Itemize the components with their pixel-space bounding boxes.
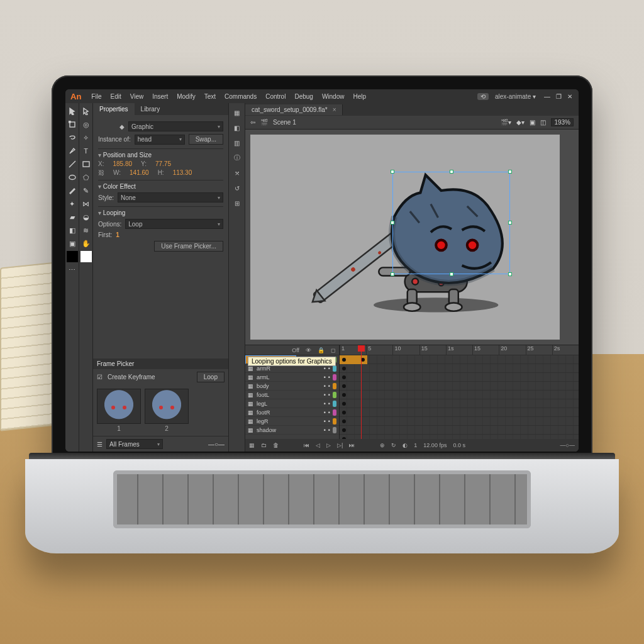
- layer-legL[interactable]: ▦legL••: [245, 399, 339, 408]
- playhead[interactable]: [361, 345, 362, 439]
- frame-picker-list-icon[interactable]: ☰: [97, 441, 103, 448]
- clip-content-icon[interactable]: ◫: [540, 119, 546, 126]
- close-tab-icon[interactable]: ×: [333, 106, 336, 113]
- user-label[interactable]: alex-animate ▾: [490, 93, 541, 100]
- tab-properties[interactable]: Properties: [93, 103, 135, 115]
- menu-window[interactable]: Window: [318, 91, 348, 102]
- document-tab[interactable]: cat_sword_setup_0009.fla*×: [245, 104, 343, 115]
- loop-options-dropdown[interactable]: Loop: [125, 219, 223, 229]
- edit-scene-icon[interactable]: 🎬▾: [501, 119, 511, 126]
- sync-icon[interactable]: ⟲: [477, 93, 489, 100]
- first-frame-icon[interactable]: ⏮: [304, 442, 309, 448]
- prop-h[interactable]: 113.30: [173, 169, 192, 176]
- prop-x[interactable]: 185.80: [113, 160, 132, 167]
- frame-row-armL[interactable]: [340, 382, 579, 391]
- width-tool-icon[interactable]: ≋: [80, 225, 92, 236]
- line-tool-icon[interactable]: [67, 158, 78, 170]
- align-panel-icon[interactable]: ▦: [231, 107, 243, 118]
- menu-edit[interactable]: Edit: [106, 91, 125, 102]
- menu-file[interactable]: File: [87, 91, 105, 102]
- section-position-size[interactable]: Position and Size: [98, 152, 223, 158]
- frame-row-legL[interactable]: [340, 408, 579, 417]
- menu-modify[interactable]: Modify: [173, 91, 199, 102]
- frame-row-armR[interactable]: [340, 373, 579, 382]
- swatch-options-icon[interactable]: ⋯: [67, 264, 78, 275]
- prev-frame-icon[interactable]: ◁: [316, 442, 320, 448]
- frame-thumb-2[interactable]: 2: [145, 389, 189, 432]
- timeline-zoom-icon[interactable]: —○—: [560, 442, 575, 448]
- brush-tool-icon[interactable]: ✎: [80, 185, 92, 196]
- frame-row-shadow[interactable]: [340, 435, 579, 439]
- lock-aspect-icon[interactable]: ⛓: [98, 169, 104, 176]
- scene-crumb[interactable]: Scene 1: [273, 119, 296, 126]
- section-color-effect[interactable]: Color Effect: [98, 183, 223, 190]
- menu-help[interactable]: Help: [349, 91, 370, 102]
- pencil-tool-icon[interactable]: [67, 185, 78, 196]
- selection-bounding-box[interactable]: [392, 172, 510, 274]
- outline-header-icon[interactable]: ◻: [331, 347, 335, 353]
- layer-armL[interactable]: ▦armL••: [245, 373, 339, 382]
- frame-row-legR[interactable]: [340, 426, 579, 435]
- swatch-black-icon[interactable]: [67, 251, 78, 262]
- section-looping[interactable]: Looping: [98, 209, 223, 216]
- loop-first-value[interactable]: 1: [116, 231, 119, 238]
- polystar-tool-icon[interactable]: ⬠: [80, 172, 92, 183]
- timeline-grid[interactable]: 1510151s1520252s: [340, 345, 579, 439]
- components-panel-icon[interactable]: ⊞: [231, 197, 243, 209]
- 3d-rotate-tool-icon[interactable]: ◎: [80, 119, 92, 130]
- zoom-slider-icon[interactable]: —○—: [208, 441, 225, 448]
- new-layer-icon[interactable]: ▦: [249, 442, 255, 448]
- stage-viewport[interactable]: [245, 130, 579, 345]
- frame-row-footR[interactable]: [340, 417, 579, 426]
- prop-w[interactable]: 141.60: [130, 169, 149, 176]
- color-panel-icon[interactable]: ◧: [231, 122, 243, 133]
- frame-row-head[interactable]: [340, 355, 579, 364]
- layer-footL[interactable]: ▦footL••: [245, 391, 339, 399]
- next-frame-icon[interactable]: ▷|: [337, 442, 343, 448]
- paint-bucket-tool-icon[interactable]: ▰: [67, 211, 78, 223]
- back-icon[interactable]: ⇦: [250, 119, 255, 126]
- bone-tool-icon[interactable]: ✦: [67, 198, 78, 209]
- layer-body[interactable]: ▦body••: [245, 382, 339, 391]
- frame-thumb-1[interactable]: 1: [97, 389, 141, 432]
- oval-tool-icon[interactable]: [67, 172, 78, 183]
- loop-toggle-icon[interactable]: ↻: [391, 442, 396, 448]
- stage-canvas[interactable]: [250, 135, 560, 340]
- frame-row-body[interactable]: [340, 391, 579, 399]
- menu-debug[interactable]: Debug: [291, 91, 316, 102]
- use-frame-picker-button[interactable]: Use Frame Picker...: [154, 241, 223, 252]
- menu-control[interactable]: Control: [262, 91, 289, 102]
- ink-bottle-tool-icon[interactable]: ◒: [80, 211, 92, 223]
- menu-view[interactable]: View: [126, 91, 148, 102]
- pen-tool-icon[interactable]: [67, 145, 78, 157]
- frame-row-sword[interactable]: [340, 364, 579, 373]
- eraser-tool-icon[interactable]: ◧: [67, 225, 78, 236]
- magic-wand-tool-icon[interactable]: ✧: [80, 132, 92, 143]
- edit-symbol-icon[interactable]: ◆▾: [516, 119, 525, 126]
- rectangle-tool-icon[interactable]: [80, 158, 92, 170]
- play-icon[interactable]: ▷: [326, 442, 331, 448]
- hand-tool-icon[interactable]: ✋: [80, 238, 92, 249]
- camera-tool-icon[interactable]: ▣: [67, 238, 78, 249]
- menu-insert[interactable]: Insert: [148, 91, 172, 102]
- zoom-field[interactable]: 193%: [551, 118, 574, 126]
- frame-picker-loop-button[interactable]: Loop: [197, 372, 225, 382]
- selection-tool-icon[interactable]: [67, 106, 78, 117]
- layer-shadow[interactable]: ▦shadow••: [245, 426, 339, 435]
- frame-row-footL[interactable]: [340, 399, 579, 408]
- onion-skin-icon[interactable]: ◐: [402, 442, 408, 448]
- new-folder-icon[interactable]: 🗀: [261, 442, 267, 448]
- symbol-type-dropdown[interactable]: Graphic: [128, 121, 223, 131]
- window-close-icon[interactable]: ✕: [565, 93, 575, 100]
- lock-header-icon[interactable]: 🔒: [318, 347, 325, 353]
- delete-layer-icon[interactable]: 🗑: [273, 442, 279, 448]
- menu-commands[interactable]: Commands: [221, 91, 260, 102]
- center-frame-icon[interactable]: ⊕: [380, 442, 385, 448]
- free-transform-tool-icon[interactable]: [67, 119, 78, 130]
- swap-button[interactable]: Swap...: [189, 134, 223, 145]
- current-frame[interactable]: 1: [414, 442, 417, 448]
- window-minimize-icon[interactable]: —: [542, 93, 552, 100]
- subselection-tool-icon[interactable]: [80, 106, 92, 117]
- layer-footR[interactable]: ▦footR••: [245, 408, 339, 417]
- history-panel-icon[interactable]: ↺: [231, 182, 243, 194]
